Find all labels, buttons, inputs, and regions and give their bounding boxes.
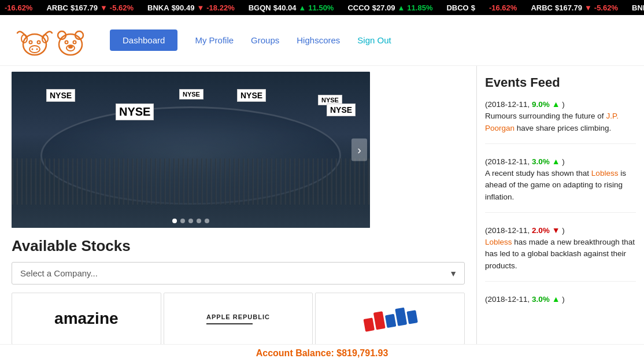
event-2-header: (2018-12-11, 3.0% ▲ ) (485, 156, 636, 168)
event-item-4: (2018-12-11, 3.0% ▲ ) (485, 293, 636, 315)
account-balance-bar: Account Balance: $819,791.93 (0, 344, 644, 362)
apple-republic-logo: APPLE REPUBLIC (206, 313, 270, 324)
svg-point-6 (32, 48, 34, 50)
event-3-company[interactable]: Lobless (485, 238, 512, 246)
carousel-right-arrow[interactable]: › (351, 139, 367, 161)
bank-stripe-1 (363, 317, 375, 331)
company-select[interactable]: Select a Company... Amazine Apple Republ… (12, 263, 464, 284)
left-panel: NYSE NYSE NYSE NYSE NYSE NYSE › (0, 66, 476, 362)
event-4-header: (2018-12-11, 3.0% ▲ ) (485, 293, 636, 305)
event-item-1: (2018-12-11, 9.0% ▲ ) Rumours surroundin… (485, 98, 636, 144)
event-1-header: (2018-12-11, 9.0% ▲ ) (485, 98, 636, 110)
svg-point-3 (29, 40, 32, 43)
carousel-dot-4[interactable] (197, 219, 201, 223)
account-balance-text: Account Balance: $819,791.93 (256, 348, 388, 358)
ticker-item-ccco: CCCO $27.09 ▲ 11.85% (347, 3, 432, 12)
nyse-scene: NYSE NYSE NYSE NYSE NYSE NYSE (12, 72, 370, 228)
logo-svg (12, 23, 87, 58)
stock-cards: amazine APPLE REPUBLIC (12, 293, 465, 345)
amazine-logo: amazine (54, 309, 119, 328)
highscores-link[interactable]: Highscores (297, 35, 340, 45)
nav-links: Dashboard My Profile Groups Highscores S… (110, 29, 632, 51)
event-item-2: (2018-12-11, 3.0% ▲ ) A recent study has… (485, 156, 636, 213)
bank-logo (362, 305, 418, 332)
my-profile-link[interactable]: My Profile (195, 35, 234, 45)
hero-image: NYSE NYSE NYSE NYSE NYSE NYSE (12, 72, 370, 228)
event-item-3: (2018-12-11, 2.0% ▼ ) Lobless has made a… (485, 224, 636, 282)
ticker-item-dbco: DBCO $ (446, 3, 475, 12)
amazine-card[interactable]: amazine (12, 293, 161, 345)
ticker-item-bgqn: BGQN $40.04 ▲ 11.50% (249, 3, 334, 12)
groups-link[interactable]: Groups (251, 35, 279, 45)
svg-point-7 (36, 48, 38, 50)
carousel-dot-3[interactable] (188, 219, 193, 223)
event-1-company[interactable]: J.P. Poorgan (485, 112, 619, 132)
carousel-dot-2[interactable] (180, 219, 185, 223)
ticker-item-bnka-2: BNKA $90.49 ▼ -18.22% (632, 3, 644, 12)
nyse-sign-3: NYSE (179, 89, 203, 99)
carousel-dot-5[interactable] (205, 219, 209, 223)
ticker-item-arbc: ARBC $167.79 ▼ -5.62% (46, 3, 134, 12)
bank-stripe-4 (395, 308, 407, 326)
carousel-dot-1[interactable] (172, 219, 177, 223)
sign-out-link[interactable]: Sign Out (357, 35, 391, 45)
dashboard-button[interactable]: Dashboard (110, 29, 177, 51)
event-2-company[interactable]: Lobless (591, 169, 619, 178)
nyse-sign-4: NYSE (237, 89, 266, 102)
ticker-prefix-2: -16.62% (489, 3, 517, 12)
main-content: NYSE NYSE NYSE NYSE NYSE NYSE › (0, 66, 644, 362)
available-stocks-section: Available Stocks Select a Company... Ama… (12, 237, 465, 345)
events-feed-title: Events Feed (485, 75, 636, 90)
svg-point-14 (68, 45, 73, 49)
event-2-body: A recent study has shown that Lobless is… (485, 168, 636, 203)
nyse-sign-2: NYSE (116, 104, 154, 120)
svg-point-4 (38, 40, 40, 43)
ticker-bar: -16.62% ARBC $167.79 ▼ -5.62% BNKA $90.4… (0, 0, 644, 15)
ticker-prefix: -16.62% (5, 3, 32, 12)
event-3-header: (2018-12-11, 2.0% ▼ ) (485, 224, 636, 237)
hero-carousel: NYSE NYSE NYSE NYSE NYSE NYSE › (12, 72, 370, 228)
apple-republic-card[interactable]: APPLE REPUBLIC (164, 293, 313, 345)
svg-point-12 (73, 40, 76, 43)
nyse-sign-6: NYSE (327, 104, 356, 116)
navbar: Dashboard My Profile Groups Highscores S… (0, 15, 644, 66)
events-feed-panel: Events Feed (2018-12-11, 9.0% ▲ ) Rumour… (476, 66, 644, 362)
svg-point-11 (65, 40, 68, 43)
bank-stripe-3 (385, 314, 397, 328)
ticker-item-arbc-2: ARBC $167.79 ▼ -5.62% (531, 3, 618, 12)
bank-card[interactable] (315, 293, 465, 345)
available-stocks-title: Available Stocks (12, 237, 465, 255)
bank-stripe-5 (406, 310, 418, 324)
event-3-body: Lobless has made a new breakthrough that… (485, 237, 636, 272)
bank-stripe-2 (373, 311, 385, 330)
svg-point-5 (29, 46, 40, 53)
event-1-body: Rumours surrounding the future of J.P. P… (485, 110, 636, 134)
ticker-item-bnka: BNKA $90.49 ▼ -18.22% (147, 3, 235, 12)
logo (12, 23, 87, 58)
company-select-wrapper[interactable]: Select a Company... Amazine Apple Republ… (12, 262, 465, 285)
nyse-sign-1: NYSE (46, 89, 75, 102)
carousel-dots (172, 219, 209, 223)
